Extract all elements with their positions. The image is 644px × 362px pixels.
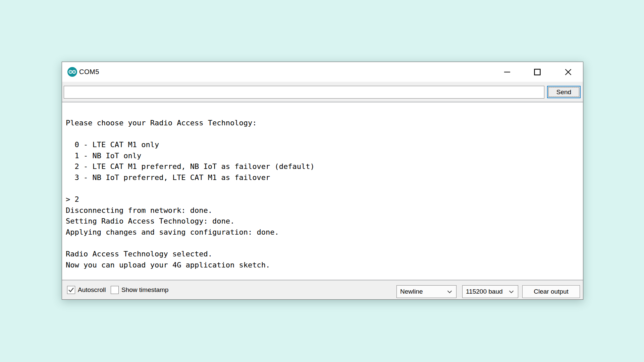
send-button[interactable]: Send (547, 86, 581, 98)
console-line: Please choose your Radio Access Technolo… (66, 118, 583, 129)
chevron-down-icon (509, 290, 514, 293)
console-line: Radio Access Technology selected. (66, 249, 583, 260)
autoscroll-label: Autoscroll (78, 286, 106, 294)
console-line: > 2 (66, 194, 583, 205)
title-bar[interactable]: COM5 (62, 62, 583, 82)
close-button[interactable] (558, 62, 578, 82)
show-timestamp-checkbox-group[interactable]: Show timestamp (111, 280, 168, 299)
maximize-button[interactable] (527, 62, 547, 82)
status-bar: Autoscroll Show timestamp Newline 115200… (62, 280, 583, 299)
minimize-button[interactable] (497, 62, 517, 82)
close-icon (565, 69, 572, 75)
autoscroll-checkbox-group[interactable]: Autoscroll (67, 280, 106, 299)
console-line (66, 238, 583, 249)
minimize-icon (504, 69, 511, 75)
console-line: 1 - NB IoT only (66, 150, 583, 162)
baud-rate-select[interactable]: 115200 baud (462, 285, 518, 298)
console-line (66, 129, 583, 140)
window-title: COM5 (79, 62, 99, 82)
line-ending-select[interactable]: Newline (396, 285, 457, 298)
arduino-logo-icon (67, 67, 77, 77)
line-ending-value: Newline (400, 288, 423, 295)
console-line: 0 - LTE CAT M1 only (66, 139, 583, 150)
maximize-icon (534, 69, 541, 75)
console-line (66, 183, 583, 194)
serial-monitor-window: COM5 Send Please choose your Radio Acces… (62, 62, 583, 300)
console-line: Disconnecting from network: done. (66, 205, 583, 216)
clear-output-button[interactable]: Clear output (522, 285, 580, 298)
autoscroll-checkbox[interactable] (67, 286, 75, 294)
baud-rate-value: 115200 baud (466, 288, 503, 295)
console-line: 3 - NB IoT preferred, LTE CAT M1 as fail… (66, 172, 583, 183)
serial-input[interactable] (64, 86, 544, 99)
chevron-down-icon (447, 290, 452, 293)
checkmark-icon (68, 287, 74, 293)
console-line: 2 - LTE CAT M1 preferred, NB IoT as fail… (66, 161, 583, 172)
console-line: Now you can upload your 4G application s… (66, 260, 583, 271)
console-line: Applying changes and saving configuratio… (66, 227, 583, 238)
send-toolbar: Send (62, 82, 583, 102)
console-line: Setting Radio Access Technology: done. (66, 216, 583, 227)
show-timestamp-checkbox[interactable] (111, 286, 119, 294)
show-timestamp-label: Show timestamp (121, 286, 168, 294)
serial-output-area[interactable]: Please choose your Radio Access Technolo… (62, 102, 583, 280)
